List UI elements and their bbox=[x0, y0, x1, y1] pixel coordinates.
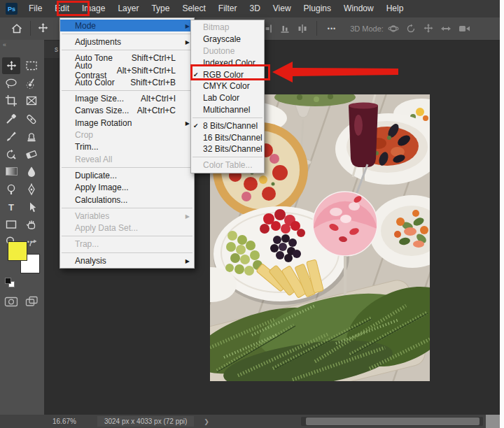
submenu-item-cmyk-color[interactable]: CMYK Color bbox=[191, 80, 264, 92]
menu-separator bbox=[62, 236, 192, 236]
menubar-item-plugins[interactable]: Plugins bbox=[298, 0, 337, 17]
photoshop-logo[interactable]: Ps bbox=[6, 3, 18, 15]
frame-tool[interactable] bbox=[22, 92, 41, 109]
3d-roll-button[interactable] bbox=[404, 17, 418, 39]
menu-item-apply-image[interactable]: Apply Image... bbox=[60, 182, 194, 194]
brush-tool[interactable] bbox=[2, 128, 20, 145]
lasso-tool[interactable] bbox=[2, 75, 20, 92]
submenu-item-32-bits[interactable]: 32 Bits/Channel bbox=[191, 143, 264, 155]
distribute-centers-button[interactable] bbox=[295, 17, 309, 39]
document-tab-fragment[interactable]: s bbox=[44, 40, 60, 58]
submenu-arrow-icon: ▶ bbox=[186, 38, 190, 45]
3d-slide-icon bbox=[440, 23, 451, 34]
more-options-button[interactable]: ••• bbox=[323, 17, 340, 39]
menu-item-image-rotation[interactable]: Image Rotation ▶ bbox=[60, 117, 194, 129]
document-info: 3024 px x 4033 px (72 ppi) bbox=[97, 416, 194, 427]
rectangular-marquee-tool[interactable] bbox=[22, 57, 41, 74]
eyedropper-tool-icon bbox=[5, 113, 18, 125]
status-chevron-icon[interactable]: ❯ bbox=[204, 418, 209, 425]
path-selection-tool-icon bbox=[25, 201, 38, 213]
shortcut-label: Shift+Ctrl+B bbox=[130, 78, 176, 87]
menu-item-image-size[interactable]: Image Size... Alt+Ctrl+I bbox=[60, 92, 194, 104]
toolbar-collapse-icon[interactable]: ‹‹ bbox=[3, 41, 6, 48]
menubar-item-select[interactable]: Select bbox=[176, 0, 211, 17]
swap-colors-icon[interactable] bbox=[28, 238, 39, 250]
3d-orbit-button[interactable] bbox=[386, 17, 400, 39]
menubar-item-window[interactable]: Window bbox=[337, 0, 380, 17]
menubar-item-help[interactable]: Help bbox=[380, 0, 410, 17]
menu-item-analysis[interactable]: Analysis ▶ bbox=[60, 255, 194, 266]
3d-slide-button[interactable] bbox=[439, 17, 453, 39]
submenu-item-multichannel[interactable]: Multichannel bbox=[191, 104, 264, 116]
path-selection-tool[interactable] bbox=[22, 199, 41, 215]
submenu-arrow-icon: ▶ bbox=[186, 22, 190, 29]
menu-item-mode[interactable]: Mode ▶ bbox=[60, 20, 194, 31]
submenu-item-bitmap: Bitmap bbox=[191, 22, 264, 34]
menubar-item-filter[interactable]: Filter bbox=[212, 0, 244, 17]
menubar-item-3d[interactable]: 3D bbox=[243, 0, 266, 17]
blur-tool[interactable] bbox=[22, 163, 41, 180]
foreground-color-swatch[interactable] bbox=[8, 241, 27, 261]
quick-selection-tool[interactable] bbox=[22, 75, 41, 92]
clone-stamp-tool-icon bbox=[25, 131, 38, 143]
menu-item-auto-contrast[interactable]: Auto Contrast Alt+Shift+Ctrl+L bbox=[60, 64, 194, 76]
crop-tool[interactable] bbox=[2, 92, 20, 109]
menu-separator bbox=[62, 208, 192, 208]
type-tool[interactable]: T bbox=[2, 199, 20, 215]
menu-separator bbox=[62, 167, 192, 168]
submenu-item-duotone: Duotone bbox=[191, 45, 264, 57]
submenu-arrow-icon: ▶ bbox=[186, 257, 190, 264]
3d-camera-button[interactable] bbox=[456, 17, 472, 39]
menubar-item-type[interactable]: Type bbox=[145, 0, 176, 17]
move-icon bbox=[37, 22, 49, 34]
move-tool[interactable] bbox=[2, 57, 20, 74]
zoom-level[interactable]: 16.67% bbox=[52, 418, 76, 425]
menu-item-apply-data-set: Apply Data Set... bbox=[60, 222, 194, 234]
3d-pan-button[interactable] bbox=[421, 17, 435, 39]
quick-mask-button[interactable] bbox=[2, 293, 20, 310]
move-tool-option-button[interactable] bbox=[34, 17, 51, 39]
spot-healing-brush-tool[interactable] bbox=[22, 110, 41, 127]
menu-item-calculations[interactable]: Calculations... bbox=[60, 194, 194, 206]
dodge-tool[interactable] bbox=[2, 181, 20, 198]
annotation-box-image-menu bbox=[57, 1, 90, 16]
menu-item-crop: Crop bbox=[60, 129, 194, 141]
frame-tool-icon bbox=[25, 95, 38, 106]
menu-item-adjustments[interactable]: Adjustments ▶ bbox=[60, 36, 194, 48]
default-colors-icon[interactable] bbox=[5, 278, 11, 284]
submenu-item-grayscale[interactable]: Grayscale bbox=[191, 34, 264, 45]
rectangle-tool-icon bbox=[5, 219, 18, 230]
healing-brush-tool-icon bbox=[25, 113, 38, 125]
menubar-item-layer[interactable]: Layer bbox=[111, 0, 145, 17]
scrollbar-corner bbox=[486, 415, 500, 428]
history-brush-tool-icon bbox=[5, 148, 18, 160]
menu-item-duplicate[interactable]: Duplicate... bbox=[60, 169, 194, 181]
rectangle-tool[interactable] bbox=[2, 216, 20, 233]
eraser-tool[interactable] bbox=[22, 145, 41, 162]
menubar-item-file[interactable]: File bbox=[22, 0, 48, 17]
home-button[interactable] bbox=[8, 17, 25, 39]
hand-tool-icon bbox=[25, 219, 38, 231]
horizontal-scrollbar-track[interactable] bbox=[301, 417, 483, 426]
clone-stamp-tool[interactable] bbox=[22, 128, 41, 145]
menu-item-trim[interactable]: Trim... bbox=[60, 141, 194, 153]
3d-mode-label: 3D Mode: bbox=[349, 17, 385, 39]
pen-tool[interactable] bbox=[22, 181, 41, 198]
menu-item-auto-color[interactable]: Auto Color Shift+Ctrl+B bbox=[60, 76, 194, 88]
submenu-arrow-icon: ▶ bbox=[186, 120, 190, 126]
menu-item-canvas-size[interactable]: Canvas Size... Alt+Ctrl+C bbox=[60, 105, 194, 117]
submenu-item-16-bits[interactable]: 16 Bits/Channel bbox=[191, 131, 264, 143]
submenu-item-lab-color[interactable]: Lab Color bbox=[191, 92, 264, 104]
screen-mode-button[interactable] bbox=[22, 293, 41, 310]
submenu-item-8-bits[interactable]: ✔ 8 Bits/Channel bbox=[191, 120, 264, 131]
shortcut-label: Alt+Ctrl+I bbox=[141, 94, 176, 104]
home-icon bbox=[10, 22, 23, 35]
3d-roll-icon bbox=[405, 23, 416, 34]
align-bottom-edges-button[interactable] bbox=[278, 17, 292, 39]
eyedropper-tool[interactable] bbox=[2, 110, 20, 127]
horizontal-scrollbar-thumb[interactable] bbox=[306, 418, 479, 425]
hand-tool[interactable] bbox=[22, 216, 41, 233]
history-brush-tool[interactable] bbox=[2, 145, 20, 162]
menubar-item-view[interactable]: View bbox=[267, 0, 298, 17]
gradient-tool[interactable] bbox=[2, 163, 20, 180]
